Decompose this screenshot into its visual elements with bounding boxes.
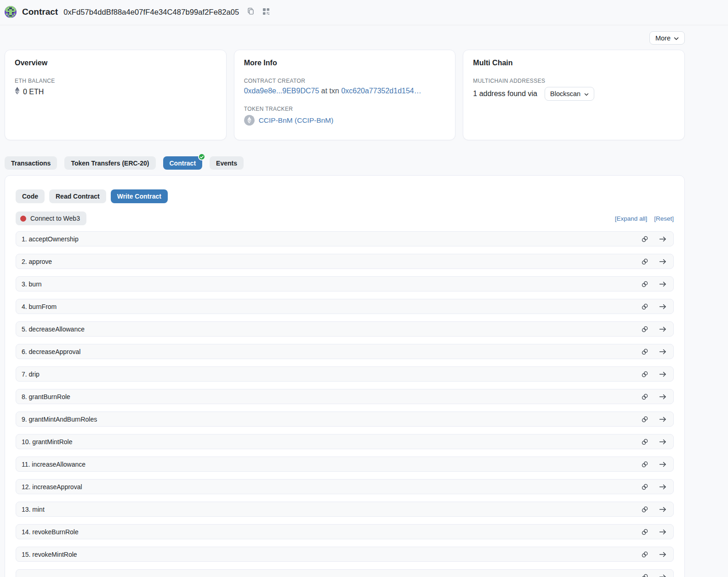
method-row[interactable]: 4. burnFrom <box>16 299 674 314</box>
connection-status-icon <box>20 216 26 222</box>
method-row[interactable]: 3. burn <box>16 276 674 291</box>
arrow-right-icon <box>659 348 666 355</box>
chain-link-icon <box>641 235 648 243</box>
creator-address-link[interactable]: 0xda9e8e...9EB9DC75 <box>244 87 319 95</box>
contract-panel: Code Read Contract Write Contract Connec… <box>5 175 685 577</box>
method-permalink-button[interactable] <box>641 303 648 310</box>
method-permalink-button[interactable] <box>641 348 648 355</box>
arrow-right-icon <box>659 506 666 513</box>
method-permalink-button[interactable] <box>641 506 648 513</box>
blockscan-provider-label: Blockscan <box>550 90 580 97</box>
method-expand-button[interactable] <box>659 303 666 310</box>
method-row[interactable]: 8. grantBurnRole <box>16 389 674 404</box>
method-permalink-button[interactable] <box>641 393 648 400</box>
tab-events[interactable]: Events <box>210 156 244 170</box>
method-permalink-button[interactable] <box>641 551 648 558</box>
method-expand-button[interactable] <box>659 506 666 513</box>
method-permalink-button[interactable] <box>641 573 648 577</box>
method-expand-button[interactable] <box>659 551 666 558</box>
chain-link-icon <box>641 393 648 400</box>
copy-icon <box>247 7 255 17</box>
method-expand-button[interactable] <box>659 574 666 577</box>
method-label: 13. mint <box>22 506 45 513</box>
subtab-code[interactable]: Code <box>16 189 45 203</box>
method-expand-button[interactable] <box>659 416 666 423</box>
method-row[interactable] <box>16 569 674 577</box>
token-tracker-link[interactable]: CCIP-BnM (CCIP-BnM) <box>259 116 334 125</box>
method-label: 10. grantMintRole <box>22 438 73 446</box>
connect-row: Connect to Web3 [Expand all] [Reset] <box>16 211 674 225</box>
tab-token-transfers[interactable]: Token Transfers (ERC-20) <box>64 156 155 170</box>
tab-transactions[interactable]: Transactions <box>5 156 57 170</box>
method-permalink-button[interactable] <box>641 483 648 491</box>
method-row[interactable]: 14. revokeBurnRole <box>16 524 674 539</box>
arrow-right-icon <box>659 461 666 468</box>
ethereum-diamond-icon <box>15 87 20 97</box>
tab-contract[interactable]: Contract <box>163 156 203 170</box>
arrow-right-icon <box>659 416 666 423</box>
method-row[interactable]: 2. approve <box>16 254 674 269</box>
method-row[interactable]: 10. grantMintRole <box>16 434 674 449</box>
reset-link[interactable]: [Reset] <box>654 215 674 222</box>
method-expand-button[interactable] <box>659 461 666 468</box>
creation-txn-link[interactable]: 0xc620a77352d1d154… <box>341 87 421 95</box>
contract-subtabs: Code Read Contract Write Contract <box>16 189 674 203</box>
method-row[interactable]: 9. grantMintAndBurnRoles <box>16 411 674 427</box>
method-expand-button[interactable] <box>659 326 666 332</box>
method-row[interactable]: 13. mint <box>16 502 674 517</box>
list-action-links: [Expand all] [Reset] <box>615 215 674 222</box>
method-expand-button[interactable] <box>659 258 666 265</box>
more-info-card: More Info CONTRACT CREATOR 0xda9e8e...9E… <box>234 50 456 140</box>
method-row[interactable]: 15. revokeMintRole <box>16 547 674 562</box>
chevron-down-icon <box>674 34 679 42</box>
blockscan-provider-dropdown[interactable]: Blockscan <box>545 87 594 101</box>
chevron-down-icon <box>584 90 589 97</box>
method-permalink-button[interactable] <box>641 235 648 243</box>
more-info-card-title: More Info <box>244 59 446 67</box>
method-row[interactable]: 12. increaseApproval <box>16 479 674 494</box>
method-row[interactable]: 1. acceptOwnership <box>16 231 674 246</box>
method-row[interactable]: 7. drip <box>16 366 674 382</box>
method-row[interactable]: 6. decreaseApproval <box>16 344 674 359</box>
contract-address: 0xFd57b4ddBf88a4e07fF4e34C487b99af2Fe82a… <box>63 8 239 17</box>
method-row[interactable]: 5. decreaseAllowance <box>16 321 674 337</box>
method-label: 15. revokeMintRole <box>22 551 77 558</box>
method-row[interactable]: 11. increaseAllowance <box>16 457 674 472</box>
expand-all-link[interactable]: [Expand all] <box>615 215 648 222</box>
method-expand-button[interactable] <box>659 439 666 445</box>
method-expand-button[interactable] <box>659 484 666 490</box>
qr-code-button[interactable] <box>262 8 270 17</box>
more-button[interactable]: More <box>649 31 685 45</box>
overview-card-title: Overview <box>15 59 216 67</box>
method-expand-button[interactable] <box>659 281 666 287</box>
method-expand-button[interactable] <box>659 348 666 355</box>
method-expand-button[interactable] <box>659 529 666 535</box>
chain-link-icon <box>641 326 648 333</box>
subtab-write-contract[interactable]: Write Contract <box>111 189 168 203</box>
chain-link-icon <box>641 416 648 423</box>
copy-address-button[interactable] <box>247 7 255 17</box>
contract-identicon-avatar <box>5 6 17 18</box>
chain-link-icon <box>641 551 648 558</box>
method-permalink-button[interactable] <box>641 438 648 446</box>
arrow-right-icon <box>659 551 666 558</box>
method-permalink-button[interactable] <box>641 528 648 536</box>
method-permalink-button[interactable] <box>641 326 648 333</box>
token-tracker-label: TOKEN TRACKER <box>244 106 446 112</box>
arrow-right-icon <box>659 439 666 445</box>
arrow-right-icon <box>659 303 666 310</box>
method-expand-button[interactable] <box>659 394 666 400</box>
method-permalink-button[interactable] <box>641 416 648 423</box>
method-permalink-button[interactable] <box>641 258 648 265</box>
toolbar-row: More <box>5 31 685 45</box>
method-expand-button[interactable] <box>659 371 666 377</box>
method-label: 9. grantMintAndBurnRoles <box>22 416 97 423</box>
method-permalink-button[interactable] <box>641 280 648 288</box>
subtab-read-contract[interactable]: Read Contract <box>49 189 106 203</box>
method-permalink-button[interactable] <box>641 461 648 468</box>
method-expand-button[interactable] <box>659 236 666 242</box>
arrow-right-icon <box>659 371 666 377</box>
qr-code-icon <box>262 8 270 17</box>
connect-to-web3-button[interactable]: Connect to Web3 <box>16 211 86 225</box>
method-permalink-button[interactable] <box>641 371 648 378</box>
